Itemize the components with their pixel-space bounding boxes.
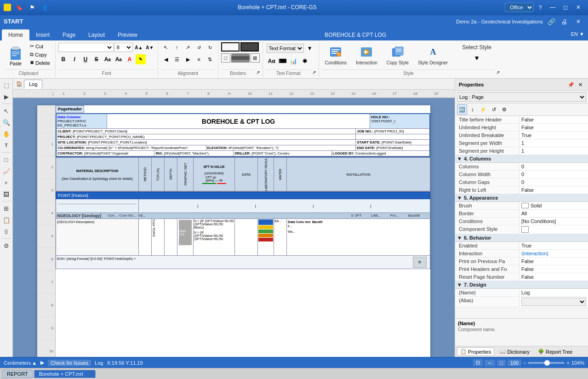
text-format-expand-btn[interactable]: ▼ xyxy=(305,43,315,53)
office-select[interactable]: Office xyxy=(505,3,534,12)
person-icon[interactable]: 👤 xyxy=(40,3,50,12)
rect-tool-btn[interactable]: □ xyxy=(1,154,12,165)
tab-page[interactable]: Page xyxy=(56,29,82,40)
paste-button[interactable]: Paste xyxy=(5,42,27,69)
hand-tool-btn[interactable]: ✋ xyxy=(1,128,12,139)
section-5-appearance[interactable]: ▼ 5. Appearance xyxy=(455,194,588,202)
tf-icon4[interactable]: ✱ xyxy=(300,56,310,66)
copy-button[interactable]: ⧉ Copy xyxy=(28,51,52,58)
align-justify-btn[interactable]: ≡ xyxy=(194,54,204,64)
align-mid-left-btn[interactable]: ◀ xyxy=(161,54,171,64)
zoom-in-btn[interactable]: + xyxy=(566,360,569,366)
arrow-right-status[interactable]: ▶ xyxy=(40,360,44,366)
tab-home[interactable]: Home xyxy=(2,29,29,40)
section-4-columns[interactable]: ▼ 4. Columns xyxy=(455,155,588,163)
image-tool-btn[interactable]: 🖼 xyxy=(1,189,12,200)
underline-btn[interactable]: U xyxy=(80,54,91,64)
zoom-tool-btn[interactable]: 🔍 xyxy=(1,117,12,128)
props-tab-properties[interactable]: 📋 Properties xyxy=(457,347,494,356)
check-issues-btn[interactable]: Check for Issues xyxy=(48,360,91,366)
arrow-right-btn[interactable]: ▶ xyxy=(1,91,12,102)
border-preview-2[interactable] xyxy=(240,42,259,52)
fit-width-btn[interactable]: ↔ xyxy=(485,360,495,366)
secondary-close-btn[interactable]: ✕ xyxy=(572,17,584,26)
align-top-left-btn[interactable]: ↖ xyxy=(161,42,171,52)
align-mid-center-btn[interactable]: ☰ xyxy=(172,54,182,64)
style-designer-button[interactable]: A Style Designer xyxy=(415,42,451,68)
superscript-btn[interactable]: Aa xyxy=(103,54,113,64)
fit-page-btn[interactable]: ⊡ xyxy=(473,359,483,366)
align-top-right-btn[interactable]: ↗ xyxy=(183,42,193,52)
props-sort-btn[interactable]: ↕ xyxy=(468,104,478,115)
select-tool-btn[interactable]: ⬚ xyxy=(1,80,12,91)
interaction-button[interactable]: Interaction xyxy=(353,42,381,68)
delete-button[interactable]: ✖ Delete xyxy=(28,59,52,67)
units-dropdown[interactable]: Centimeters ▲ xyxy=(4,360,37,366)
italic-btn[interactable]: I xyxy=(69,54,80,64)
tf-icon3[interactable]: 📊 xyxy=(289,56,299,66)
font-family-select[interactable] xyxy=(58,43,114,52)
field-tool-btn[interactable]: {} xyxy=(1,226,12,237)
section-6-behavior[interactable]: ▼ 6. Behavior xyxy=(455,234,588,242)
increase-font-btn[interactable]: A▲ xyxy=(134,42,144,52)
highlight-btn[interactable]: ✎ xyxy=(136,54,146,64)
bookmark-icon[interactable]: 🔖 xyxy=(15,3,24,12)
subscript-btn[interactable]: Aa xyxy=(114,54,124,64)
canvas-scroll[interactable]: 1 2 3 4 5 6 7 8 9 10 PageHeader xyxy=(13,98,455,357)
section-7-design[interactable]: ▼ 7. Design xyxy=(455,281,588,289)
style-expand-icon[interactable]: ↗ xyxy=(496,70,500,75)
close-btn[interactable]: ✕ xyxy=(572,3,584,12)
minimize-btn[interactable]: — xyxy=(547,3,559,12)
settings-tool-btn[interactable]: ⚙ xyxy=(1,240,12,251)
zoom-slider[interactable] xyxy=(528,362,565,364)
tab-layout[interactable]: Layout xyxy=(82,29,111,40)
bold-btn[interactable]: B xyxy=(58,54,69,64)
component-tool-btn[interactable]: ⊞ xyxy=(1,203,12,214)
text-tool-btn[interactable]: T xyxy=(1,140,12,151)
restore-btn[interactable]: ◻ xyxy=(559,3,571,12)
chart-tool-btn[interactable]: 📈 xyxy=(1,166,12,177)
lang-btn[interactable]: EN ▼ xyxy=(567,29,588,40)
copy-style-button[interactable]: Copy Style xyxy=(383,42,412,68)
align-top-center-btn[interactable]: ↑ xyxy=(172,42,182,52)
tf-icon2[interactable]: ⌨ xyxy=(278,56,288,66)
zoom-100-btn[interactable]: 100 xyxy=(508,360,521,366)
data-tool-btn[interactable]: 📋 xyxy=(1,214,12,225)
bottom-tab-close-btn[interactable]: ✕ xyxy=(87,371,91,376)
cursor-tool-btn[interactable]: ↖ xyxy=(1,105,12,116)
alias-select[interactable] xyxy=(521,298,586,306)
print-icon[interactable]: 🖨 xyxy=(559,17,569,26)
cut-button[interactable]: ✂ Cut xyxy=(28,42,52,50)
tab-preview[interactable]: Preview xyxy=(111,29,144,40)
tf-icon1[interactable]: Aα xyxy=(267,56,277,66)
fit-actual-btn[interactable]: □ xyxy=(497,360,506,366)
select-style-dropdown-btn[interactable]: ▼ xyxy=(474,54,480,62)
conditions-button[interactable]: ? Conditions xyxy=(322,42,350,68)
font-size-select[interactable]: 8 xyxy=(114,43,133,52)
text-format-select[interactable]: Text Format xyxy=(267,44,304,53)
props-events-btn[interactable]: ⚡ xyxy=(478,104,488,115)
props-refresh-btn[interactable]: ↺ xyxy=(489,104,499,115)
borders-expand-icon[interactable]: ↗ xyxy=(256,70,260,75)
help-icon[interactable]: ? xyxy=(536,3,545,12)
props-settings-btn[interactable]: ⚙ xyxy=(499,104,509,115)
link-icon[interactable]: 🔗 xyxy=(547,17,556,26)
text-direction-btn[interactable]: ⇅ xyxy=(205,54,215,64)
props-component-select[interactable]: Log : Page xyxy=(457,92,586,102)
bottom-tab-borehole[interactable]: Borehole + CPT.mrt ✕ xyxy=(34,370,96,378)
font-color-btn[interactable]: A xyxy=(125,54,135,64)
border-style-btn[interactable]: □ xyxy=(221,53,230,63)
props-alphabetical-btn[interactable]: 🔤 xyxy=(457,104,467,115)
border-color-btn[interactable] xyxy=(231,53,250,63)
props-close-btn[interactable]: ✕ xyxy=(576,80,584,89)
props-tab-report-tree[interactable]: 🌳 Report Tree xyxy=(535,347,576,356)
props-tab-dictionary[interactable]: 📖 Dictionary xyxy=(496,347,533,356)
band-tool-btn[interactable]: ≡ xyxy=(1,177,12,188)
strikethrough-btn[interactable]: S xyxy=(91,54,102,64)
border-expand-btn[interactable]: ⊞ xyxy=(251,53,260,63)
zoom-out-btn[interactable]: − xyxy=(523,360,526,366)
props-pin-btn[interactable]: 📌 xyxy=(567,80,575,89)
bottom-tab-report[interactable]: REPORT xyxy=(2,370,33,378)
tab-home-icon[interactable]: 🏠 xyxy=(15,81,24,87)
tab-insert[interactable]: Insert xyxy=(29,29,56,40)
